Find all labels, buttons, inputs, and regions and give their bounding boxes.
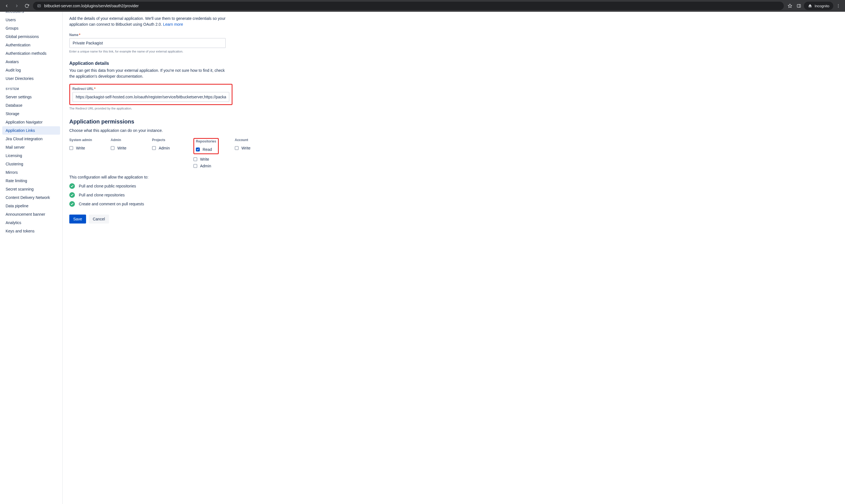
site-info-icon[interactable] — [36, 3, 42, 9]
sidebar-item[interactable]: Mirrors — [0, 168, 62, 177]
svg-point-5 — [810, 6, 811, 7]
sidebar-item[interactable]: Groups — [0, 24, 62, 32]
permission-option[interactable]: Write — [235, 145, 263, 151]
permission-option[interactable]: Write — [193, 156, 221, 163]
cancel-button[interactable]: Cancel — [89, 215, 109, 223]
main-content: Add the details of your external applica… — [62, 12, 845, 504]
svg-point-8 — [838, 7, 839, 7]
svg-point-4 — [809, 6, 810, 7]
required-indicator: * — [94, 87, 95, 91]
permissions-grid: System adminWriteAdminWriteProjectsAdmin… — [69, 138, 293, 169]
sidebar-item[interactable]: Server settings — [0, 93, 62, 101]
permission-option-label: Admin — [200, 164, 211, 168]
required-indicator: * — [79, 33, 80, 37]
svg-point-7 — [838, 5, 839, 6]
sidebar-item[interactable]: Clustering — [0, 160, 62, 168]
application-details-heading: Application details — [69, 61, 293, 66]
redirect-url-input[interactable] — [72, 92, 229, 102]
forward-button[interactable] — [13, 2, 21, 10]
permission-column: System adminWrite — [69, 138, 97, 169]
address-text: bitbucket-server.com.lo/plugins/servlet/… — [44, 4, 780, 8]
checkbox-icon[interactable] — [111, 146, 114, 150]
sidebar-heading-system: SYSTEM — [0, 83, 62, 93]
checkbox-icon[interactable] — [69, 146, 73, 150]
sidebar-item[interactable]: Application Navigator — [0, 118, 62, 126]
redirect-url-highlight: Redirect URL * — [69, 84, 233, 105]
check-circle-icon — [69, 201, 75, 207]
sidebar-item[interactable]: Mail server — [0, 143, 62, 151]
allow-item: Pull and clone repositories — [69, 192, 293, 198]
permission-column-title: Admin — [111, 138, 139, 142]
permission-option[interactable]: Write — [111, 145, 139, 151]
sidebar-item[interactable]: Authentication methods — [0, 49, 62, 57]
admin-sidebar: ACCOUNTS UsersGroupsGlobal permissionsAu… — [0, 12, 62, 504]
svg-point-6 — [838, 4, 839, 5]
svg-rect-0 — [38, 5, 41, 7]
sidebar-item[interactable]: Jira Cloud integration — [0, 135, 62, 143]
reload-button[interactable] — [23, 2, 31, 10]
sidebar-item[interactable]: Announcement banner — [0, 210, 62, 218]
checkbox-icon[interactable] — [193, 157, 197, 161]
learn-more-link[interactable]: Learn more — [163, 22, 183, 26]
permission-column: ProjectsAdmin — [152, 138, 180, 169]
svg-marker-1 — [788, 4, 792, 7]
incognito-indicator[interactable]: Incognito — [804, 2, 833, 10]
browser-toolbar: bitbucket-server.com.lo/plugins/servlet/… — [0, 0, 845, 12]
sidebar-item[interactable]: Content Delivery Network — [0, 193, 62, 202]
permission-option[interactable]: Read — [196, 146, 216, 153]
sidebar-item[interactable]: Licensing — [0, 151, 62, 160]
sidebar-item[interactable]: Rate limiting — [0, 177, 62, 185]
side-panel-button[interactable] — [795, 2, 803, 10]
permission-column: AccountWrite — [235, 138, 263, 169]
address-bar[interactable]: bitbucket-server.com.lo/plugins/servlet/… — [33, 2, 784, 10]
bookmark-button[interactable] — [786, 2, 794, 10]
permission-option[interactable]: Admin — [193, 163, 221, 169]
sidebar-item[interactable]: Analytics — [0, 218, 62, 227]
allow-item: Create and comment on pull requests — [69, 201, 293, 207]
checkbox-icon[interactable] — [196, 147, 200, 151]
permission-option-label: Write — [241, 146, 250, 150]
sidebar-item[interactable]: Avatars — [0, 57, 62, 66]
name-input[interactable] — [69, 38, 226, 48]
name-label: Name — [69, 33, 78, 37]
allow-item-label: Create and comment on pull requests — [79, 202, 144, 206]
permissions-heading: Application permissions — [69, 119, 293, 125]
name-helper: Enter a unique name for this link, for e… — [69, 50, 293, 53]
sidebar-item[interactable]: Storage — [0, 109, 62, 118]
permission-column: RepositoriesReadWriteAdmin — [193, 138, 221, 169]
sidebar-item[interactable]: Database — [0, 101, 62, 109]
allow-title: This configuration will allow the applic… — [69, 175, 293, 179]
application-details-desc: You can get this data from your external… — [69, 68, 226, 79]
sidebar-item[interactable]: Users — [0, 16, 62, 24]
permission-option[interactable]: Write — [69, 145, 97, 151]
permission-option-label: Read — [202, 147, 212, 152]
permission-option-label: Write — [118, 146, 126, 150]
intro-text: Add the details of your external applica… — [69, 16, 226, 28]
permission-option[interactable]: Admin — [152, 145, 180, 151]
sidebar-item[interactable]: Secret scanning — [0, 185, 62, 193]
permissions-desc: Choose what this application can do on y… — [69, 128, 226, 133]
back-button[interactable] — [3, 2, 11, 10]
name-field-group: Name * Enter a unique name for this link… — [69, 33, 293, 53]
repositories-read-highlight: RepositoriesRead — [193, 138, 219, 154]
checkbox-icon[interactable] — [235, 146, 239, 150]
sidebar-item[interactable]: Authentication — [0, 41, 62, 49]
intro-copy: Add the details of your external applica… — [69, 16, 226, 26]
sidebar-item[interactable]: Audit log — [0, 66, 62, 74]
sidebar-item[interactable]: Global permissions — [0, 32, 62, 41]
checkbox-icon[interactable] — [193, 164, 197, 168]
sidebar-item[interactable]: User Directories — [0, 74, 62, 83]
sidebar-item[interactable]: Keys and tokens — [0, 227, 62, 235]
save-button[interactable]: Save — [69, 215, 86, 223]
sidebar-item[interactable]: Application Links — [2, 126, 60, 135]
checkbox-icon[interactable] — [152, 146, 156, 150]
allow-item-label: Pull and clone public repositories — [79, 184, 136, 188]
permission-column-title: Repositories — [196, 139, 216, 143]
check-circle-icon — [69, 192, 75, 198]
check-circle-icon — [69, 183, 75, 189]
browser-menu-button[interactable] — [834, 2, 842, 10]
sidebar-item[interactable]: Data pipeline — [0, 202, 62, 210]
svg-rect-2 — [797, 4, 801, 7]
sidebar-heading-accounts: ACCOUNTS — [0, 12, 62, 16]
permission-column: AdminWrite — [111, 138, 139, 169]
